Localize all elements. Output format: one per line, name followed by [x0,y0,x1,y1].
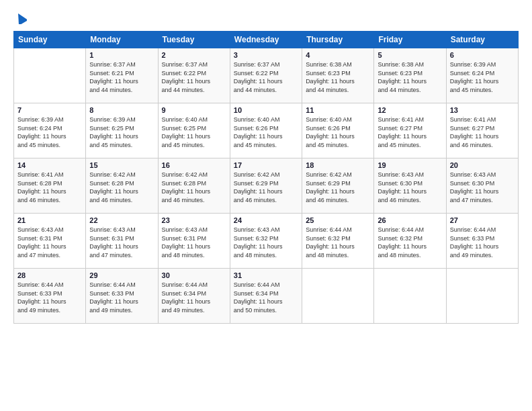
header [13,12,519,24]
day-info: Sunrise: 6:43 AM Sunset: 6:31 PM Dayligh… [17,226,82,259]
day-number: 4 [306,51,370,59]
day-number: 23 [162,216,226,224]
week-row-3: 14Sunrise: 6:41 AM Sunset: 6:28 PM Dayli… [14,158,519,214]
day-number: 15 [89,161,154,169]
day-info: Sunrise: 6:39 AM Sunset: 6:25 PM Dayligh… [89,116,154,149]
day-number: 20 [450,161,515,169]
day-cell: 9Sunrise: 6:40 AM Sunset: 6:25 PM Daylig… [158,103,230,158]
day-number: 2 [162,51,226,59]
day-number: 26 [378,216,442,224]
day-cell: 22Sunrise: 6:43 AM Sunset: 6:31 PM Dayli… [86,214,158,269]
day-number: 25 [306,216,370,224]
day-cell: 29Sunrise: 6:44 AM Sunset: 6:33 PM Dayli… [86,269,158,324]
day-number: 31 [234,271,298,279]
day-info: Sunrise: 6:43 AM Sunset: 6:30 PM Dayligh… [450,171,515,204]
day-number: 16 [162,161,226,169]
day-info: Sunrise: 6:43 AM Sunset: 6:32 PM Dayligh… [234,226,298,259]
day-cell: 18Sunrise: 6:42 AM Sunset: 6:29 PM Dayli… [302,158,374,214]
day-info: Sunrise: 6:38 AM Sunset: 6:23 PM Dayligh… [306,60,370,94]
day-cell: 28Sunrise: 6:44 AM Sunset: 6:33 PM Dayli… [14,269,86,324]
day-cell: 21Sunrise: 6:43 AM Sunset: 6:31 PM Dayli… [14,214,86,269]
weekday-monday: Monday [86,32,158,48]
day-number: 21 [17,216,82,224]
day-info: Sunrise: 6:42 AM Sunset: 6:28 PM Dayligh… [89,171,154,204]
day-number: 10 [234,106,298,114]
day-cell: 1Sunrise: 6:37 AM Sunset: 6:21 PM Daylig… [86,48,158,103]
calendar-body: 1Sunrise: 6:37 AM Sunset: 6:21 PM Daylig… [14,48,519,324]
day-cell: 13Sunrise: 6:41 AM Sunset: 6:27 PM Dayli… [446,103,518,158]
day-cell: 20Sunrise: 6:43 AM Sunset: 6:30 PM Dayli… [446,158,518,214]
day-number: 27 [450,216,515,224]
day-info: Sunrise: 6:40 AM Sunset: 6:25 PM Dayligh… [162,116,226,149]
day-info: Sunrise: 6:42 AM Sunset: 6:28 PM Dayligh… [162,171,226,204]
day-cell: 11Sunrise: 6:40 AM Sunset: 6:26 PM Dayli… [302,103,374,158]
day-info: Sunrise: 6:37 AM Sunset: 6:22 PM Dayligh… [162,60,226,94]
day-number: 8 [89,106,154,114]
day-info: Sunrise: 6:44 AM Sunset: 6:32 PM Dayligh… [306,226,370,259]
day-number: 7 [17,106,82,114]
weekday-wednesday: Wednesday [230,32,302,48]
day-info: Sunrise: 6:42 AM Sunset: 6:29 PM Dayligh… [306,171,370,204]
week-row-5: 28Sunrise: 6:44 AM Sunset: 6:33 PM Dayli… [14,269,519,324]
weekday-header-row: SundayMondayTuesdayWednesdayThursdayFrid… [14,32,519,48]
svg-marker-0 [15,12,27,24]
day-cell: 5Sunrise: 6:38 AM Sunset: 6:23 PM Daylig… [374,48,446,103]
day-cell: 6Sunrise: 6:39 AM Sunset: 6:24 PM Daylig… [446,48,518,103]
day-number: 9 [162,106,226,114]
day-number: 11 [306,106,370,114]
day-cell: 2Sunrise: 6:37 AM Sunset: 6:22 PM Daylig… [158,48,230,103]
day-number: 19 [378,161,442,169]
day-cell [302,269,374,324]
day-info: Sunrise: 6:42 AM Sunset: 6:29 PM Dayligh… [234,171,298,204]
day-cell: 16Sunrise: 6:42 AM Sunset: 6:28 PM Dayli… [158,158,230,214]
day-cell: 14Sunrise: 6:41 AM Sunset: 6:28 PM Dayli… [14,158,86,214]
day-number: 29 [89,271,154,279]
day-cell: 26Sunrise: 6:44 AM Sunset: 6:32 PM Dayli… [374,214,446,269]
day-cell: 10Sunrise: 6:40 AM Sunset: 6:26 PM Dayli… [230,103,302,158]
day-number: 14 [17,161,82,169]
day-number: 5 [378,51,442,59]
week-row-4: 21Sunrise: 6:43 AM Sunset: 6:31 PM Dayli… [14,214,519,269]
day-info: Sunrise: 6:39 AM Sunset: 6:24 PM Dayligh… [17,116,82,149]
day-cell: 30Sunrise: 6:44 AM Sunset: 6:34 PM Dayli… [158,269,230,324]
day-cell: 12Sunrise: 6:41 AM Sunset: 6:27 PM Dayli… [374,103,446,158]
day-cell: 31Sunrise: 6:44 AM Sunset: 6:34 PM Dayli… [230,269,302,324]
day-info: Sunrise: 6:44 AM Sunset: 6:33 PM Dayligh… [17,281,82,314]
day-cell [14,48,86,103]
day-info: Sunrise: 6:37 AM Sunset: 6:21 PM Dayligh… [89,60,154,94]
day-cell: 4Sunrise: 6:38 AM Sunset: 6:23 PM Daylig… [302,48,374,103]
day-cell: 7Sunrise: 6:39 AM Sunset: 6:24 PM Daylig… [14,103,86,158]
day-info: Sunrise: 6:41 AM Sunset: 6:28 PM Dayligh… [17,171,82,204]
day-info: Sunrise: 6:38 AM Sunset: 6:23 PM Dayligh… [378,60,442,94]
logo-icon [15,12,27,24]
day-cell: 15Sunrise: 6:42 AM Sunset: 6:28 PM Dayli… [86,158,158,214]
day-number: 17 [234,161,298,169]
day-number: 22 [89,216,154,224]
day-info: Sunrise: 6:44 AM Sunset: 6:34 PM Dayligh… [234,281,298,314]
weekday-thursday: Thursday [302,32,374,48]
day-info: Sunrise: 6:41 AM Sunset: 6:27 PM Dayligh… [450,116,515,149]
day-number: 3 [234,51,298,59]
day-cell: 25Sunrise: 6:44 AM Sunset: 6:32 PM Dayli… [302,214,374,269]
calendar-table: SundayMondayTuesdayWednesdayThursdayFrid… [13,31,519,324]
weekday-saturday: Saturday [446,32,518,48]
day-info: Sunrise: 6:44 AM Sunset: 6:32 PM Dayligh… [378,226,442,259]
day-cell: 27Sunrise: 6:44 AM Sunset: 6:33 PM Dayli… [446,214,518,269]
day-number: 1 [89,51,154,59]
day-cell: 19Sunrise: 6:43 AM Sunset: 6:30 PM Dayli… [374,158,446,214]
weekday-friday: Friday [374,32,446,48]
day-info: Sunrise: 6:41 AM Sunset: 6:27 PM Dayligh… [378,116,442,149]
week-row-2: 7Sunrise: 6:39 AM Sunset: 6:24 PM Daylig… [14,103,519,158]
day-info: Sunrise: 6:43 AM Sunset: 6:30 PM Dayligh… [378,171,442,204]
day-info: Sunrise: 6:44 AM Sunset: 6:33 PM Dayligh… [450,226,515,259]
day-cell [374,269,446,324]
day-info: Sunrise: 6:39 AM Sunset: 6:24 PM Dayligh… [450,60,515,94]
day-cell: 3Sunrise: 6:37 AM Sunset: 6:22 PM Daylig… [230,48,302,103]
day-info: Sunrise: 6:44 AM Sunset: 6:33 PM Dayligh… [89,281,154,314]
day-number: 6 [450,51,515,59]
day-info: Sunrise: 6:44 AM Sunset: 6:34 PM Dayligh… [162,281,226,314]
weekday-tuesday: Tuesday [158,32,230,48]
week-row-1: 1Sunrise: 6:37 AM Sunset: 6:21 PM Daylig… [14,48,519,103]
day-number: 24 [234,216,298,224]
weekday-sunday: Sunday [14,32,86,48]
